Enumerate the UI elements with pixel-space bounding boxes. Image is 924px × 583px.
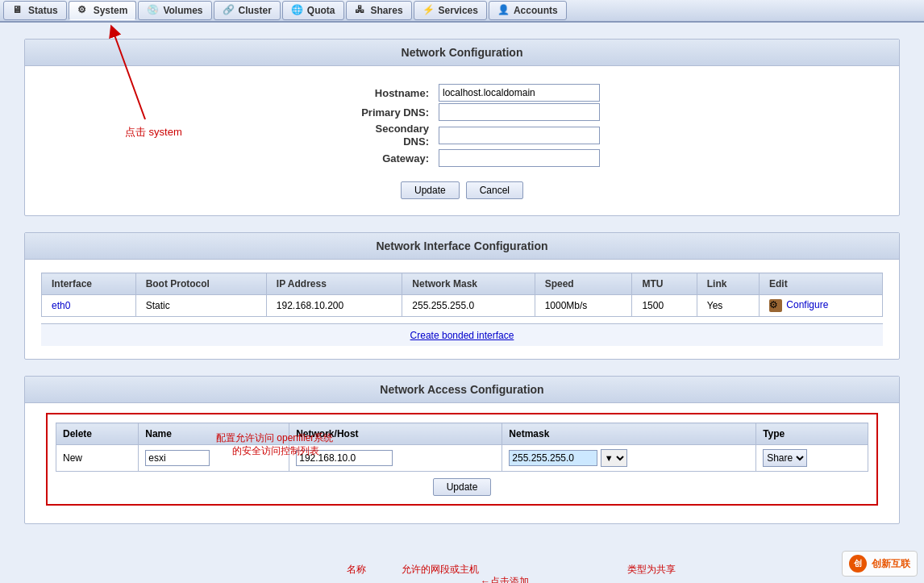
cell-interface: eth0 — [42, 295, 136, 317]
shares-icon: 🖧 — [355, 4, 368, 17]
create-bonded-row: Create bonded interface — [41, 323, 883, 346]
cell-mtu: 1500 — [632, 295, 697, 317]
network-access-body: Delete Name Network/Host Netmask Type Ne… — [25, 403, 899, 523]
nav-accounts[interactable]: 👤 Accounts — [489, 1, 567, 20]
main-content: Network Configuration Hostname: Primary … — [0, 23, 924, 583]
access-update-button[interactable]: Update — [433, 478, 492, 496]
cluster-icon: 🔗 — [223, 4, 235, 17]
interface-table: Interface Boot Protocol IP Address Netwo… — [41, 273, 883, 317]
network-interface-section: Network Interface Configuration Interfac… — [24, 232, 900, 360]
secondary-dns-input[interactable] — [439, 127, 600, 144]
network-form: Hostname: Primary DNS: SecondaryDNS: — [323, 82, 601, 169]
netmask-dropdown[interactable]: ▼ — [601, 449, 627, 467]
nav-cluster[interactable]: 🔗 Cluster — [214, 1, 281, 20]
cancel-button[interactable]: Cancel — [466, 181, 523, 199]
create-bonded-link[interactable]: Create bonded interface — [410, 330, 514, 341]
nav-services[interactable]: ⚡ Services — [414, 1, 487, 20]
interface-table-header: Interface Boot Protocol IP Address Netwo… — [42, 273, 883, 295]
nav-system[interactable]: ⚙ System — [69, 1, 137, 20]
cell-network-input — [289, 445, 502, 472]
gateway-row: Gateway: — [324, 149, 600, 167]
access-form-container: Delete Name Network/Host Netmask Type Ne… — [46, 413, 878, 506]
hostname-row: Hostname: — [324, 84, 600, 102]
col-network-host: Network/Host — [289, 423, 502, 445]
col-type: Type — [756, 423, 868, 445]
primary-dns-label: Primary DNS: — [324, 103, 437, 121]
eth0-link[interactable]: eth0 — [52, 300, 70, 311]
secondary-dns-label: SecondaryDNS: — [324, 123, 437, 148]
col-delete: Delete — [56, 423, 139, 445]
col-link: Link — [697, 273, 759, 295]
nav-volumes[interactable]: 💿 Volumes — [138, 1, 211, 20]
watermark-logo: 创 — [849, 555, 867, 573]
system-icon: ⚙ — [77, 4, 90, 17]
accounts-icon: 👤 — [497, 4, 510, 17]
watermark: 创 创新互联 — [842, 551, 918, 577]
access-table-header: Delete Name Network/Host Netmask Type — [56, 423, 868, 445]
hostname-input[interactable] — [439, 84, 600, 102]
network-config-title: Network Configuration — [25, 40, 899, 66]
services-icon: ⚡ — [422, 4, 435, 17]
primary-dns-input[interactable] — [439, 103, 600, 121]
cell-link: Yes — [697, 295, 759, 317]
col-netmask: Netmask — [502, 423, 756, 445]
netmask-input[interactable] — [509, 450, 597, 466]
network-access-section: Network Access Configuration Delete Name… — [24, 376, 900, 524]
col-ip-address: IP Address — [266, 273, 402, 295]
cell-speed: 1000Mb/s — [535, 295, 632, 317]
type-dropdown[interactable]: Share Host — [763, 449, 807, 467]
status-icon: 🖥 — [12, 4, 25, 17]
table-row: eth0 Static 192.168.10.200 255.255.255.0… — [42, 295, 883, 317]
cell-boot-protocol: Static — [135, 295, 266, 317]
access-update-container: Update — [56, 478, 868, 496]
access-table: Delete Name Network/Host Netmask Type Ne… — [56, 423, 868, 472]
volumes-icon: 💿 — [147, 4, 160, 17]
cell-network-mask: 255.255.255.0 — [402, 295, 535, 317]
col-edit: Edit — [759, 273, 882, 295]
col-name: Name — [139, 423, 289, 445]
network-interface-body: Interface Boot Protocol IP Address Netwo… — [25, 260, 899, 359]
name-input[interactable] — [145, 450, 210, 466]
nav-status[interactable]: 🖥 Status — [3, 1, 67, 20]
gateway-input[interactable] — [439, 149, 600, 167]
access-new-row: New ▼ — [56, 445, 868, 472]
nav-shares[interactable]: 🖧 Shares — [346, 1, 412, 20]
cell-netmask-input: ▼ — [502, 445, 756, 472]
primary-dns-row: Primary DNS: — [324, 103, 600, 121]
cell-edit: ⚙ Configure — [759, 295, 882, 317]
col-speed: Speed — [535, 273, 632, 295]
cell-new-label: New — [56, 445, 139, 472]
hostname-label: Hostname: — [324, 84, 437, 102]
quota-icon: 🌐 — [291, 4, 304, 17]
cell-ip-address: 192.168.10.200 — [266, 295, 402, 317]
update-button[interactable]: Update — [401, 181, 460, 199]
network-host-input[interactable] — [296, 450, 393, 466]
gateway-label: Gateway: — [324, 149, 437, 167]
network-config-section: Network Configuration Hostname: Primary … — [24, 39, 900, 216]
nav-quota[interactable]: 🌐 Quota — [282, 1, 344, 20]
network-access-title: Network Access Configuration — [25, 377, 899, 403]
cell-name-input — [139, 445, 289, 472]
col-interface: Interface — [42, 273, 136, 295]
navbar: 🖥 Status ⚙ System 💿 Volumes 🔗 Cluster 🌐 … — [0, 0, 924, 23]
configure-icon: ⚙ — [769, 299, 782, 312]
col-boot-protocol: Boot Protocol — [135, 273, 266, 295]
secondary-dns-row: SecondaryDNS: — [324, 123, 600, 148]
network-config-body: Hostname: Primary DNS: SecondaryDNS: — [25, 66, 899, 215]
form-buttons: Update Cancel — [41, 181, 883, 199]
network-interface-title: Network Interface Configuration — [25, 233, 899, 260]
col-mtu: MTU — [632, 273, 697, 295]
configure-link[interactable]: Configure — [786, 299, 828, 310]
col-network-mask: Network Mask — [402, 273, 535, 295]
cell-type-select: Share Host — [756, 445, 868, 472]
